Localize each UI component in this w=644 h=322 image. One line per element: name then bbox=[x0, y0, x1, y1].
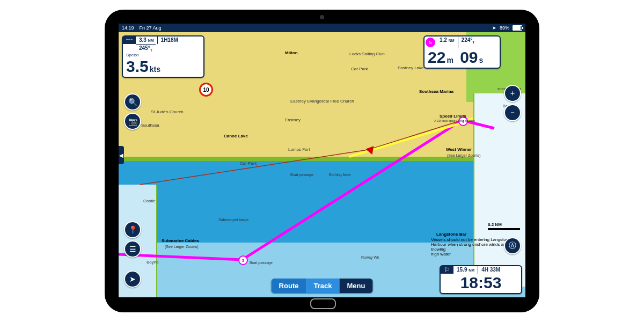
waypoint-badge: 5 bbox=[426, 38, 435, 47]
label-eastney: Eastney bbox=[285, 118, 301, 122]
label-southsea-marina: Southsea Marina bbox=[419, 89, 453, 94]
label-castle: Castle bbox=[143, 199, 156, 203]
label-locks-sc: Locks Sailing Club bbox=[349, 52, 385, 56]
pin-icon: 📍 bbox=[128, 225, 137, 234]
label-southsea: Southsea bbox=[141, 123, 159, 128]
label-boat-passage-1: Boat passage bbox=[290, 173, 313, 177]
app-screen[interactable]: 14:19 Fri 27 Aug ➤ 89% bbox=[119, 24, 525, 297]
label-submerged-barge: Submerged barge bbox=[218, 218, 248, 222]
label-bathing-area: Bathing Area bbox=[329, 173, 350, 177]
label-canoe-lake: Canoe Lake bbox=[224, 134, 248, 138]
zoom-in-button[interactable]: ＋ bbox=[504, 85, 521, 102]
label-carpark-2: Car Park bbox=[240, 161, 257, 166]
bottom-tabs[interactable]: Route Track Menu bbox=[272, 279, 373, 293]
eta-value: 22m 09s bbox=[425, 48, 500, 68]
camera-button[interactable]: 📷 bbox=[124, 113, 141, 130]
zoom-out-button[interactable]: － bbox=[504, 104, 521, 121]
locate-icon: ➤ bbox=[129, 275, 136, 283]
camera-icon: 📷 bbox=[128, 117, 137, 126]
label-eastney-lake: Eastney Lake bbox=[398, 65, 423, 70]
tab-track[interactable]: Track bbox=[306, 279, 339, 293]
label-roway-wk: Roway Wk bbox=[361, 255, 379, 259]
arrival-clock: 18:53 bbox=[441, 274, 521, 293]
tab-menu[interactable]: Menu bbox=[339, 279, 372, 293]
label-lumps-fort: Lumps Fort bbox=[288, 147, 310, 152]
label-carpark-1: Car Park bbox=[351, 67, 368, 71]
route-flag-icon: ⚐ bbox=[441, 266, 453, 274]
label-west-winner: West Winner bbox=[446, 147, 472, 152]
label-boyne: Boyne bbox=[147, 260, 159, 265]
label-langstone-bar: Langstone Bar bbox=[436, 232, 466, 237]
label-submarine-cables: Submarine Cables bbox=[162, 238, 199, 243]
tablet-home-button[interactable] bbox=[310, 298, 336, 309]
speed-value: 3.5kts bbox=[123, 57, 203, 77]
next-waypoint-panel[interactable]: 5 1.2 NM 224°T 22m 09s bbox=[423, 35, 501, 69]
magnifier-icon: 🔍 bbox=[128, 98, 137, 106]
measure-button[interactable]: Ⓐ bbox=[504, 237, 521, 254]
label-boat-passage-2: Boat passage bbox=[250, 261, 273, 265]
drawer-handle[interactable]: ◀ bbox=[119, 146, 124, 164]
tablet-frame: 14:19 Fri 27 Aug ➤ 89% bbox=[105, 10, 539, 312]
pin-button[interactable]: 📍 bbox=[124, 221, 141, 238]
search-button[interactable]: 🔍 bbox=[124, 93, 141, 111]
waypoint-marker-3[interactable]: 3 bbox=[238, 255, 248, 265]
route-total-panel[interactable]: ⚐ 15.9 NM 4H 33M 18:53 bbox=[440, 265, 522, 294]
locate-button[interactable]: ➤ bbox=[124, 270, 141, 288]
speed-panel[interactable]: 〰 3.3 NM 1H18M 245°T Speed 3.5kts bbox=[122, 35, 204, 78]
label-eastney-church: Eastney Evangelical Free Church bbox=[290, 99, 354, 104]
label-milton: Milton bbox=[285, 50, 298, 55]
layers-icon: ☰ bbox=[129, 245, 136, 253]
tab-route[interactable]: Route bbox=[272, 279, 306, 293]
label-see-larger-1: (See Larger Zooms) bbox=[447, 153, 481, 157]
minus-icon: － bbox=[509, 108, 516, 118]
own-vessel-icon bbox=[365, 145, 374, 155]
layers-button[interactable]: ☰ bbox=[124, 240, 141, 258]
compass-icon: Ⓐ bbox=[509, 241, 516, 251]
track-toggle-icon[interactable]: 〰 bbox=[123, 36, 136, 44]
label-see-larger-2: (See Larger Zooms) bbox=[165, 245, 199, 248]
label-speed-limits-note: A 10 knot speed limit applies bbox=[434, 119, 475, 122]
label-speed-limits: Speed Limits bbox=[440, 114, 466, 119]
tablet-camera bbox=[320, 15, 324, 19]
speed-label: Speed bbox=[123, 53, 203, 57]
speed-limit-sign: 10 bbox=[199, 83, 213, 97]
label-stjudes: St Jude's Church bbox=[151, 109, 184, 114]
map-scale: 0.2 NM bbox=[488, 222, 520, 230]
plus-icon: ＋ bbox=[509, 89, 516, 98]
